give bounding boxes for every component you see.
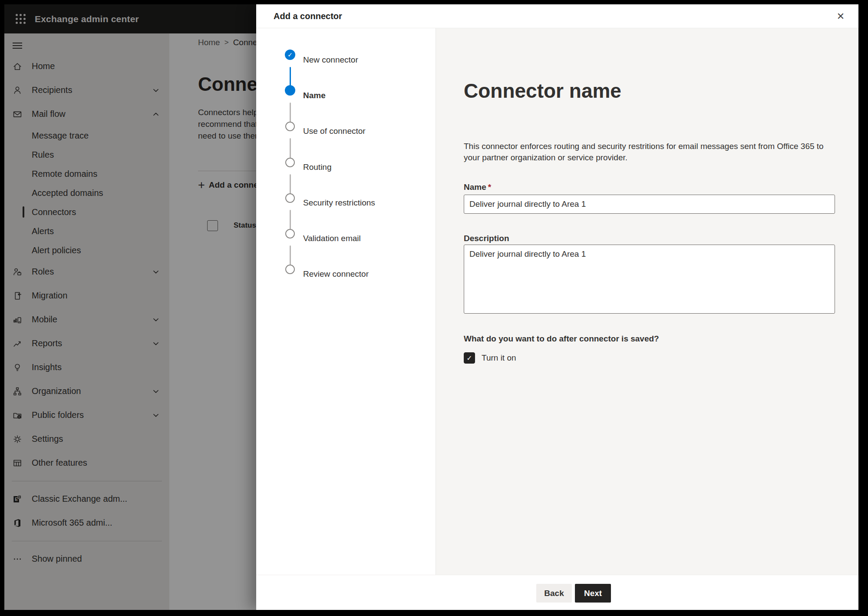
step-circle-icon xyxy=(285,265,295,274)
step-connector-line xyxy=(290,210,291,232)
turn-it-on-label: Turn it on xyxy=(482,353,516,363)
description-field-label: Description xyxy=(464,234,509,243)
wizard-page-heading: Connector name xyxy=(464,79,621,103)
step-check-icon: ✓ xyxy=(285,50,295,60)
step-connector-line xyxy=(290,245,291,267)
step-label: Name xyxy=(303,91,326,100)
step-label: Use of connector xyxy=(303,126,366,136)
wizard-description: This connector enforces routing and secu… xyxy=(464,141,831,163)
required-asterisk: * xyxy=(488,182,491,192)
turn-it-on-checkbox[interactable]: ✓ xyxy=(464,352,475,364)
footer-divider xyxy=(256,575,858,575)
name-field-label: Name* xyxy=(464,182,491,192)
step-label: New connector xyxy=(303,55,358,65)
modal-header: Add a connector ✕ xyxy=(256,4,858,28)
step-label: Validation email xyxy=(303,234,361,243)
after-save-question: What do you want to do after connector i… xyxy=(464,334,659,344)
step-circle-icon xyxy=(285,122,295,131)
step-label: Routing xyxy=(303,162,332,172)
description-textarea[interactable]: Deliver journal directly to Area 1 xyxy=(464,245,835,314)
step-connector-line xyxy=(290,103,291,124)
turn-it-on-row[interactable]: ✓ Turn it on xyxy=(464,352,516,364)
step-circle-icon xyxy=(285,229,295,238)
step-circle-icon xyxy=(285,158,295,167)
next-button[interactable]: Next xyxy=(575,584,611,603)
stepper-divider xyxy=(436,28,436,575)
step-label: Security restrictions xyxy=(303,198,375,208)
step-label: Review connector xyxy=(303,269,369,279)
step-circle-icon xyxy=(285,193,295,203)
screen: Exchange admin center HomeRecipientsMail… xyxy=(4,4,858,610)
add-connector-modal: Add a connector ✕ ✓New connectorNameUse … xyxy=(256,4,858,610)
modal-title: Add a connector xyxy=(274,4,342,28)
name-input[interactable] xyxy=(464,195,835,214)
step-connector-line xyxy=(290,174,291,196)
close-icon[interactable]: ✕ xyxy=(834,10,848,23)
step-connector-line xyxy=(290,138,291,160)
step-circle-icon xyxy=(285,85,295,96)
back-button[interactable]: Back xyxy=(536,584,572,603)
